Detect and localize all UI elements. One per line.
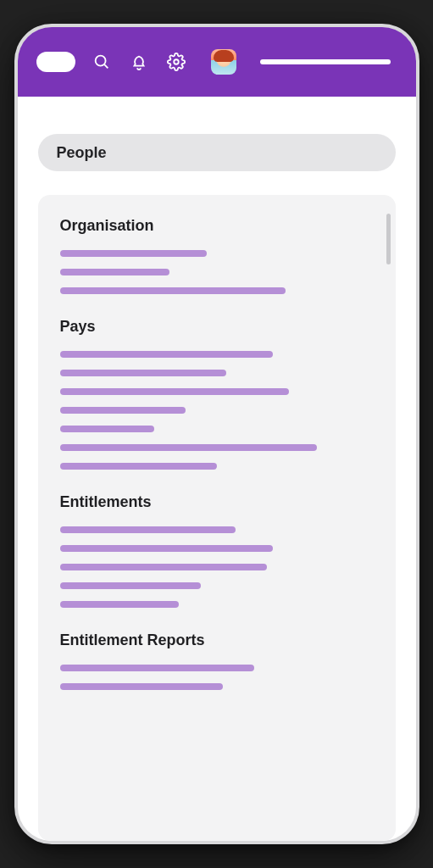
phone-frame: People OrganisationPaysEntitlementsEntit…: [18, 27, 416, 841]
nav-link[interactable]: [60, 665, 254, 671]
nav-link[interactable]: [60, 370, 226, 376]
nav-link[interactable]: [60, 250, 208, 257]
gear-icon[interactable]: [165, 51, 187, 73]
nav-link[interactable]: [60, 407, 186, 414]
topbar-title-placeholder: [260, 59, 391, 64]
nav-link[interactable]: [60, 545, 274, 552]
nav-link[interactable]: [60, 601, 180, 608]
scrollbar[interactable]: [386, 214, 391, 264]
svg-line-1: [103, 64, 107, 68]
nav-link[interactable]: [60, 269, 170, 275]
section: Organisation: [60, 217, 374, 294]
status-pill: [36, 52, 75, 72]
section: Entitlements: [60, 493, 374, 608]
nav-link[interactable]: [60, 582, 202, 589]
section-heading: Entitlements: [60, 493, 374, 511]
svg-point-0: [95, 56, 105, 66]
section: Entitlement Reports: [60, 632, 374, 690]
user-avatar[interactable]: [211, 49, 236, 75]
bell-icon[interactable]: [128, 51, 150, 73]
screen: People OrganisationPaysEntitlementsEntit…: [18, 97, 416, 841]
nav-link[interactable]: [60, 444, 317, 451]
section-heading: Entitlement Reports: [60, 632, 374, 649]
section-heading: Organisation: [60, 217, 374, 235]
nav-link[interactable]: [60, 426, 154, 432]
section: Pays: [60, 318, 374, 470]
content-panel: OrganisationPaysEntitlementsEntitlement …: [38, 195, 396, 841]
nav-link[interactable]: [60, 287, 286, 294]
page-title: People: [38, 134, 396, 171]
nav-link[interactable]: [60, 463, 217, 470]
page-title-text: People: [57, 144, 107, 162]
nav-link[interactable]: [60, 388, 289, 395]
nav-link[interactable]: [60, 526, 236, 533]
nav-link[interactable]: [60, 564, 267, 570]
app-topbar: [18, 27, 416, 97]
svg-point-2: [174, 59, 179, 64]
section-heading: Pays: [60, 318, 374, 336]
search-icon[interactable]: [91, 51, 113, 73]
nav-link[interactable]: [60, 351, 274, 358]
nav-link[interactable]: [60, 683, 223, 690]
